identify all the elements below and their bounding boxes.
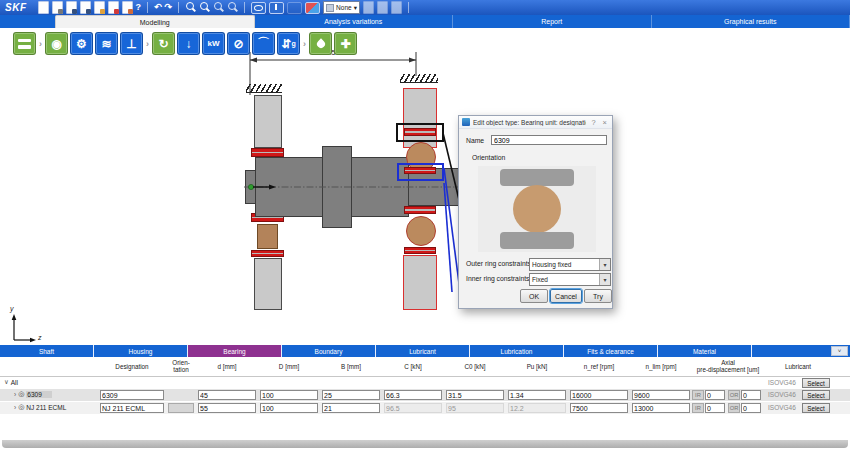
tab-housing[interactable]: Housing <box>94 345 188 357</box>
view-split-icon[interactable] <box>269 2 284 14</box>
n-ref-input-nj211[interactable] <box>570 403 628 413</box>
dialog-help-button[interactable]: ? <box>589 118 597 127</box>
select-lubricant-button-all[interactable]: Select <box>802 378 830 388</box>
power-tool-button[interactable]: kW <box>202 32 225 55</box>
D-input-6309[interactable] <box>260 390 318 400</box>
outer-ring-right-bottom[interactable] <box>404 247 436 254</box>
outer-ring-left-top[interactable] <box>251 148 284 157</box>
d-input-6309[interactable] <box>198 390 256 400</box>
housing-left-bottom[interactable] <box>254 258 282 310</box>
help-icon[interactable]: ? <box>136 2 142 13</box>
table-row-6309[interactable]: › ◎ 6309 IR OR ISOVG46 Select <box>0 389 850 401</box>
edit-report-icon[interactable] <box>108 1 119 14</box>
redo-icon[interactable]: ↷ <box>165 2 173 13</box>
ir-input-6309[interactable] <box>705 390 725 400</box>
panel-collapse-button[interactable]: ˅ <box>831 346 848 356</box>
zoom-fit-icon[interactable] <box>227 2 238 13</box>
n-lim-input-6309[interactable] <box>632 390 690 400</box>
tab-report[interactable]: Report <box>453 15 652 28</box>
orientation-flip-button[interactable] <box>168 403 194 413</box>
outer-ring-left-bottom[interactable] <box>251 250 284 257</box>
Pu-input-6309[interactable] <box>508 390 566 400</box>
designation-input-6309[interactable] <box>100 390 164 400</box>
C-input-6309[interactable] <box>384 390 442 400</box>
report-3-icon[interactable] <box>391 1 402 14</box>
roller-left-bottom[interactable] <box>257 224 278 249</box>
n-ref-input-6309[interactable] <box>570 390 628 400</box>
tree-node-6309[interactable]: › ◎ 6309 <box>14 390 52 398</box>
B-input-6309[interactable] <box>322 390 380 400</box>
select-lubricant-button-6309[interactable]: Select <box>802 390 830 400</box>
zoom-window-icon[interactable] <box>213 2 224 13</box>
tab-analysis-variations[interactable]: Analysis variations <box>255 15 454 28</box>
dialog-close-button[interactable]: × <box>601 118 609 127</box>
designation-input-nj211[interactable] <box>100 403 164 413</box>
gear-tool-button[interactable]: ⚙ <box>70 32 93 55</box>
ok-button[interactable]: OK <box>520 289 548 303</box>
open-model-icon[interactable] <box>52 1 63 14</box>
table-row-nj211[interactable]: › ◎ NJ 211 ECML IR OR ISOVG46 Select <box>0 402 850 414</box>
selection-box-outer-ring[interactable] <box>396 123 444 142</box>
zoom-in-icon[interactable] <box>185 2 196 13</box>
moment-tool-button[interactable]: ⌒ <box>252 32 275 55</box>
undo-icon[interactable]: ↶ <box>154 2 162 13</box>
select-lubricant-button-nj211[interactable]: Select <box>802 403 830 413</box>
inner-ring-constraints-select[interactable]: Fixed ▾ <box>529 273 611 286</box>
B-input-nj211[interactable] <box>322 403 380 413</box>
fits-tool-button[interactable]: ✚ <box>334 32 357 55</box>
brush-icon[interactable] <box>94 1 105 14</box>
housing-left-top[interactable] <box>254 95 282 148</box>
tab-fits-clearance[interactable]: Fits & clearance <box>564 345 658 357</box>
view-ellipse-icon[interactable] <box>251 2 266 14</box>
force-tool-button[interactable]: ↓ <box>177 32 200 55</box>
C0-input-6309[interactable] <box>446 390 504 400</box>
or-input-6309[interactable] <box>741 390 761 400</box>
report-1-icon[interactable] <box>363 1 374 14</box>
bearing-orientation-preview[interactable] <box>478 166 596 252</box>
name-input[interactable] <box>491 135 607 145</box>
tree-node-all[interactable]: ∨ All <box>4 378 18 386</box>
tab-boundary[interactable]: Boundary <box>282 345 376 357</box>
n-lim-input-nj211[interactable] <box>632 403 690 413</box>
view-colors-icon[interactable] <box>305 2 320 14</box>
rotation-tool-button[interactable]: ↻ <box>152 32 175 55</box>
d-input-nj211[interactable] <box>198 403 256 413</box>
new-file-icon[interactable] <box>38 1 49 14</box>
display-mode-dropdown[interactable]: None ▾ <box>323 1 360 14</box>
shaft-tool-button[interactable] <box>13 32 36 55</box>
support-tool-button[interactable]: ⊥ <box>120 32 143 55</box>
edit-notes-icon[interactable] <box>122 1 133 14</box>
tab-bearing[interactable]: Bearing <box>188 345 282 357</box>
selection-box-inner-ring[interactable] <box>397 163 444 181</box>
expand-arrow-icon[interactable]: › <box>14 404 16 411</box>
tab-lubrication[interactable]: Lubrication <box>470 345 564 357</box>
shaft-collar[interactable] <box>322 146 352 228</box>
try-button[interactable]: Try <box>584 289 612 303</box>
ball-right-bottom[interactable] <box>406 216 436 246</box>
tree-node-nj211[interactable]: › ◎ NJ 211 ECML <box>14 403 66 411</box>
spring-tool-button[interactable]: ≋ <box>95 32 118 55</box>
bearing-tool-button[interactable]: ◉ <box>45 32 68 55</box>
tab-shaft[interactable]: Shaft <box>0 345 94 357</box>
save-all-icon[interactable] <box>80 1 91 14</box>
collapse-arrow-icon[interactable]: ∨ <box>4 378 9 386</box>
tab-lubricant[interactable]: Lubricant <box>376 345 470 357</box>
lubricant-tool-button[interactable] <box>309 32 332 55</box>
eccentric-load-tool-button[interactable]: ⊘ <box>227 32 250 55</box>
save-icon[interactable] <box>66 1 77 14</box>
cancel-button[interactable]: Cancel <box>550 289 582 303</box>
or-input-nj211[interactable] <box>741 403 761 413</box>
tab-modelling[interactable]: Modelling <box>55 15 255 28</box>
housing-right-bottom[interactable] <box>403 255 437 310</box>
inner-ring-right-bottom[interactable] <box>404 206 436 214</box>
report-2-icon[interactable] <box>377 1 388 14</box>
shaft-segment-left[interactable] <box>255 157 323 217</box>
D-input-nj211[interactable] <box>260 403 318 413</box>
zoom-out-icon[interactable] <box>199 2 210 13</box>
tab-graphical-results[interactable]: Graphical results <box>652 15 850 28</box>
expand-arrow-icon[interactable]: › <box>14 391 16 398</box>
axial-load-tool-button[interactable]: ⇵g <box>277 32 300 55</box>
ir-input-nj211[interactable] <box>705 403 725 413</box>
outer-ring-constraints-select[interactable]: Housing fixed ▾ <box>529 258 611 271</box>
tab-material[interactable]: Material <box>658 345 752 357</box>
